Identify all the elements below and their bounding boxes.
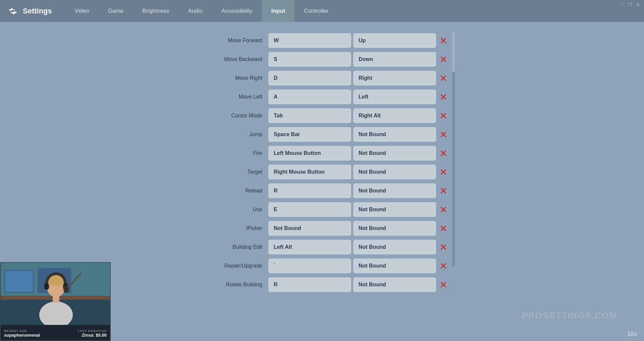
tab-controller[interactable]: Controller <box>294 0 338 22</box>
restore-button[interactable]: ❐ <box>627 2 633 7</box>
svg-rect-36 <box>44 283 49 290</box>
title-bar: Settings VideoGameBrightnessAudioAccessi… <box>0 0 644 22</box>
secondary-binding[interactable]: Left <box>353 90 436 104</box>
close-button[interactable]: ✕ <box>635 2 641 7</box>
clear-binding-button[interactable] <box>437 202 449 217</box>
secondary-binding[interactable]: Not Bound <box>353 165 436 179</box>
table-row: TargetRight Mouse ButtonNot Bound <box>195 163 449 181</box>
clear-binding-button[interactable] <box>437 90 449 104</box>
primary-binding[interactable]: D <box>268 71 351 86</box>
secondary-binding[interactable]: Not Bound <box>353 240 436 254</box>
table-row: JumpSpace BarNot Bound <box>195 126 449 143</box>
secondary-binding[interactable]: Right <box>353 71 436 86</box>
action-label: Building Edit <box>195 244 268 250</box>
minimize-button[interactable]: − <box>619 2 625 7</box>
clear-binding-button[interactable] <box>437 240 449 254</box>
action-label: Rotate Building <box>195 282 268 288</box>
primary-binding[interactable]: Not Bound <box>268 221 351 236</box>
action-label: Jump <box>195 131 268 137</box>
nav-tabs: VideoGameBrightnessAudioAccessibilityInp… <box>65 0 338 22</box>
secondary-binding[interactable]: Not Bound <box>353 259 436 273</box>
svg-point-41 <box>63 285 69 293</box>
clear-binding-button[interactable] <box>437 52 449 67</box>
table-row: Rotate BuildingRNot Bound <box>195 276 449 293</box>
last-donation-label: LAST DONATION <box>78 329 107 333</box>
settings-logo: Settings <box>7 5 52 17</box>
primary-binding[interactable]: Space Bar <box>268 127 351 142</box>
clear-binding-button[interactable] <box>437 277 449 292</box>
room-background <box>1 263 110 325</box>
primary-binding[interactable]: Right Mouse Button <box>268 165 351 179</box>
clear-binding-button[interactable] <box>437 71 449 86</box>
secondary-binding[interactable]: Down <box>353 52 436 67</box>
primary-binding[interactable]: E <box>268 202 351 217</box>
recent-sub-label: RECENT SUB <box>4 329 40 333</box>
keybind-area: Move ForwardWUp Move BackwardSDown Move … <box>195 32 449 295</box>
table-row: Move ForwardWUp <box>195 32 449 49</box>
scrollbar-thumb[interactable] <box>452 32 455 72</box>
primary-binding[interactable]: ` <box>268 259 351 273</box>
clear-binding-button[interactable] <box>437 221 449 236</box>
primary-binding[interactable]: R <box>268 277 351 292</box>
clear-binding-button[interactable] <box>437 33 449 48</box>
action-label: Cursor Mode <box>195 113 268 119</box>
table-row: Move LeftALeft <box>195 88 449 106</box>
tab-accessibility[interactable]: Accessibility <box>212 0 262 22</box>
gear-icon <box>7 5 19 17</box>
secondary-binding[interactable]: Not Bound <box>353 221 436 236</box>
secondary-binding[interactable]: Up <box>353 33 436 48</box>
primary-binding[interactable]: Left Mouse Button <box>268 146 351 161</box>
action-label: Fire <box>195 150 268 156</box>
scrollbar-track[interactable] <box>452 32 455 267</box>
secondary-binding[interactable]: Not Bound <box>353 202 436 217</box>
table-row: Move RightDRight <box>195 69 449 87</box>
primary-binding[interactable]: Tab <box>268 108 351 123</box>
clear-binding-button[interactable] <box>437 108 449 123</box>
clear-binding-button[interactable] <box>437 127 449 142</box>
primary-binding[interactable]: S <box>268 52 351 67</box>
tab-video[interactable]: Video <box>65 0 99 22</box>
tab-game[interactable]: Game <box>99 0 133 22</box>
clear-binding-button[interactable] <box>437 165 449 179</box>
tab-input[interactable]: Input <box>262 0 295 22</box>
webcam-video <box>1 263 110 325</box>
action-label: Move Forward <box>195 38 268 44</box>
clear-binding-button[interactable] <box>437 259 449 273</box>
svg-rect-32 <box>5 271 33 292</box>
primary-binding[interactable]: Left Alt <box>268 240 351 254</box>
action-label: Repair/Upgrade <box>195 263 268 269</box>
window-controls: − ❐ ✕ <box>619 2 641 7</box>
primary-binding[interactable]: A <box>268 90 351 104</box>
table-row: /PickerNot BoundNot Bound <box>195 220 449 237</box>
settings-title: Settings <box>23 7 52 15</box>
secondary-binding[interactable]: Right Alt <box>353 108 436 123</box>
action-label: Use <box>195 207 268 213</box>
secondary-binding[interactable]: Not Bound <box>353 277 436 292</box>
table-row: Move BackwardSDown <box>195 51 449 68</box>
action-label: /Picker <box>195 225 268 231</box>
tab-brightness[interactable]: Brightness <box>133 0 178 22</box>
watermark: PROSETTINGS.COM <box>522 310 617 321</box>
room-scene <box>1 263 110 325</box>
recent-sub-name: supaphenomenal <box>4 333 40 338</box>
action-label: Move Right <box>195 75 268 81</box>
last-donation-amount: Zinsa: $5.00 <box>78 333 107 338</box>
secondary-binding[interactable]: Not Bound <box>353 127 436 142</box>
action-label: Move Left <box>195 94 268 100</box>
secondary-binding[interactable]: Not Bound <box>353 146 436 161</box>
tab-audio[interactable]: Audio <box>179 0 212 22</box>
table-row: FireLeft Mouse ButtonNot Bound <box>195 145 449 162</box>
recent-sub-section: RECENT SUB supaphenomenal <box>4 329 40 338</box>
table-row: Building EditLeft AltNot Bound <box>195 238 449 256</box>
primary-binding[interactable]: R <box>268 183 351 198</box>
action-label: Target <box>195 169 268 175</box>
table-row: UseENot Bound <box>195 201 449 218</box>
clear-binding-button[interactable] <box>437 183 449 198</box>
primary-binding[interactable]: W <box>268 33 351 48</box>
table-row: ReloadRNot Bound <box>195 182 449 200</box>
svg-rect-39 <box>53 296 59 302</box>
secondary-binding[interactable]: Not Bound <box>353 183 436 198</box>
clear-binding-button[interactable] <box>437 146 449 161</box>
action-label: Reload <box>195 188 268 194</box>
last-donation-section: LAST DONATION Zinsa: $5.00 <box>78 329 107 338</box>
